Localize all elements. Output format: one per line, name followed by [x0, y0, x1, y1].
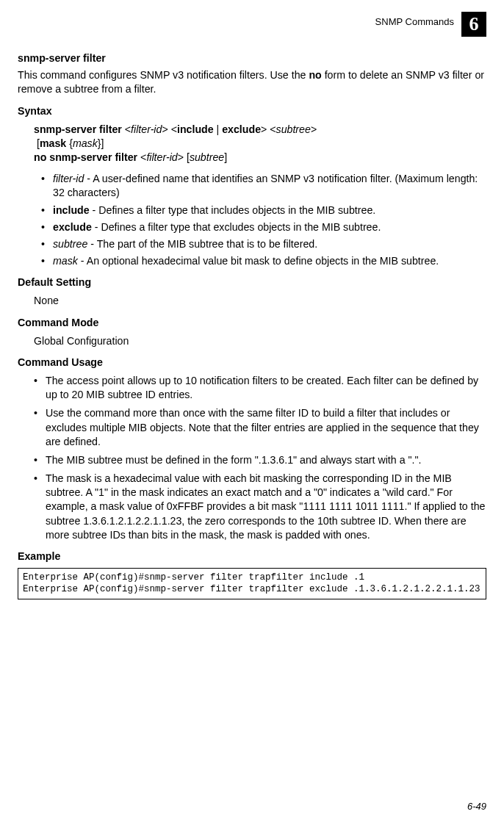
param-desc: - An optional hexadecimal value bit mask…	[78, 255, 439, 267]
command-title: snmp-server filter	[18, 51, 486, 65]
page-header: SNMP Commands 6	[18, 16, 486, 38]
param-item: include - Defines a filter type that inc…	[41, 203, 486, 217]
usage-item: The mask is a hexadecimal value with eac…	[34, 472, 486, 542]
usage-item: The MIB subtree must be defined in the f…	[34, 453, 486, 467]
syntax-line-1: snmp-server filter <filter-id> <include …	[34, 123, 486, 137]
param-desc: - A user-defined name that identifies an…	[53, 173, 478, 198]
intro-text-b: no	[309, 69, 321, 81]
syntax-filter-id: filter-id	[131, 123, 162, 135]
param-name: include	[53, 204, 90, 216]
usage-text: The MIB subtree must be defined in the f…	[46, 454, 421, 466]
param-desc: - Defines a filter type that includes ob…	[90, 204, 376, 216]
usage-item: The access point allows up to 10 notific…	[34, 374, 486, 402]
syntax-no-cmd: no snmp-server filter	[34, 151, 137, 163]
param-name: subtree	[53, 238, 87, 250]
intro-text-a: This command configures SNMP v3 notifica…	[18, 69, 309, 81]
usage-text: The mask is a hexadecimal value with eac…	[46, 472, 485, 541]
header-section-text: SNMP Commands	[375, 16, 454, 27]
syntax-mask-kw: mask	[40, 137, 66, 149]
param-name: filter-id	[53, 173, 84, 184]
syntax-heading: Syntax	[18, 104, 486, 118]
usage-heading: Command Usage	[18, 356, 486, 370]
syntax-line-2: [mask {mask}]	[34, 137, 486, 151]
usage-list: The access point allows up to 10 notific…	[34, 374, 486, 542]
param-item: mask - An optional hexadecimal value bit…	[41, 254, 486, 268]
example-code-box: Enterprise AP(config)#snmp-server filter…	[18, 568, 486, 599]
param-name: mask	[53, 255, 78, 267]
param-item: subtree - The part of the MIB subtree th…	[41, 237, 486, 251]
syntax-block: snmp-server filter <filter-id> <include …	[34, 123, 486, 165]
chapter-number: 6	[469, 13, 479, 35]
syntax-line-3: no snmp-server filter <filter-id> [subtr…	[34, 151, 486, 165]
page-number: 6-49	[467, 801, 486, 812]
syntax-no-subtree: subtree	[190, 151, 224, 163]
intro-paragraph: This command configures SNMP v3 notifica…	[18, 68, 486, 96]
chapter-number-box: 6	[461, 12, 486, 37]
param-item: filter-id - A user-defined name that ide…	[41, 172, 486, 200]
param-desc: - The part of the MIB subtree that is to…	[87, 238, 317, 250]
default-value: None	[34, 294, 486, 308]
syntax-cmd: snmp-server filter	[34, 123, 122, 135]
usage-text: The access point allows up to 10 notific…	[46, 375, 478, 400]
syntax-subtree: subtree	[276, 123, 311, 135]
parameter-list: filter-id - A user-defined name that ide…	[41, 172, 486, 268]
example-heading: Example	[18, 550, 486, 563]
usage-text: Use the command more than once with the …	[46, 407, 479, 447]
param-desc: - Defines a filter type that excludes ob…	[92, 221, 381, 233]
param-name: exclude	[53, 221, 92, 233]
page-container: SNMP Commands 6 snmp-server filter This …	[0, 0, 504, 825]
param-item: exclude - Defines a filter type that exc…	[41, 220, 486, 234]
content-area: snmp-server filter This command configur…	[18, 38, 486, 599]
syntax-no-filter-id: filter-id	[146, 151, 177, 163]
syntax-include: include	[177, 123, 214, 135]
mode-value: Global Configuration	[34, 334, 486, 348]
mode-heading: Command Mode	[18, 316, 486, 330]
usage-item: Use the command more than once with the …	[34, 406, 486, 449]
syntax-exclude: exclude	[222, 123, 261, 135]
default-heading: Default Setting	[18, 275, 486, 289]
syntax-mask-val: mask	[73, 137, 98, 149]
